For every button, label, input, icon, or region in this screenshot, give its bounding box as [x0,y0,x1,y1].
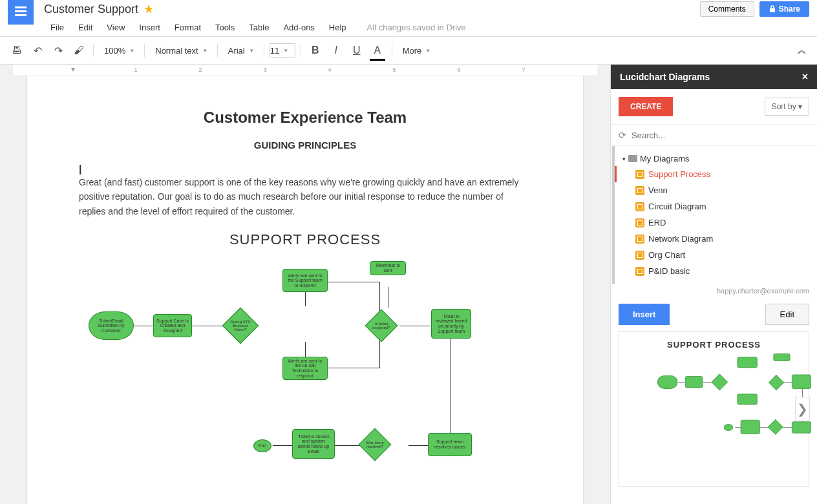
separator [301,44,301,57]
text-color-icon[interactable]: A [368,41,387,59]
search-input[interactable] [631,131,809,140]
bold-icon[interactable]: B [306,41,324,59]
italic-icon[interactable]: I [327,41,345,59]
zoom-dropdown[interactable]: 100% [99,43,139,58]
star-icon[interactable]: ★ [143,2,154,16]
tree-folder[interactable]: ▾ My Diagrams [617,151,814,166]
main-layout: ▾ 1 2 3 4 5 6 7 Customer Experience Team… [0,65,817,504]
sidebar-action-buttons: Insert Edit [611,297,817,331]
diagram-item-erd[interactable]: ERD [617,215,814,231]
margin-marker-left-icon[interactable]: ▾ [71,65,75,74]
menu-bar: File Edit View Insert Format Tools Table… [0,18,817,36]
fc-is-assigned: Is ticket assigned? [365,310,398,342]
lock-icon [769,5,776,13]
fc-start: Ticket/Email Submitted by Customer [89,311,134,340]
svg-rect-3 [770,8,775,12]
fc-during-hours: During STD Business Hours? [222,308,259,344]
sidebar-top-actions: CREATE Sort by ▾ [611,89,817,125]
diagram-icon [635,170,644,179]
menu-view[interactable]: View [100,20,131,35]
save-status: All changes saved in Drive [367,23,466,32]
fc-closed: Ticket is closed and system sends follow… [292,429,335,459]
text-cursor: | [79,163,531,175]
separator [264,44,264,57]
next-preview-icon[interactable]: ❯ [795,397,810,421]
sidebar-header: Lucidchart Diagrams × [611,65,817,89]
title-bar: Customer Support ★ Comments Share [0,0,817,18]
page[interactable]: Customer Experience Team GUIDING PRINCIP… [27,76,583,504]
font-size-input[interactable]: 11 [270,43,295,58]
close-icon[interactable]: × [802,71,808,83]
font-dropdown[interactable]: Arial [223,43,259,58]
svg-rect-2 [15,14,27,16]
redo-icon[interactable]: ↷ [49,41,67,59]
paint-format-icon[interactable]: 🖌 [70,41,88,59]
diagram-preview: SUPPORT PROCESS [619,331,809,487]
fc-was-resolved: Was issue resolved? [359,428,392,461]
separator [217,44,218,57]
menu-insert[interactable]: Insert [133,20,167,35]
undo-icon[interactable]: ↶ [28,41,47,59]
share-button[interactable]: Share [759,1,809,17]
lucidchart-sidebar: Lucidchart Diagrams × CREATE Sort by ▾ ⟳… [610,65,817,504]
sidebar-search: ⟳ [611,125,817,146]
user-email: happy.charter@example.com [611,284,817,297]
collapse-toolbar-icon[interactable]: ︽ [795,42,809,59]
print-icon[interactable]: 🖶 [8,41,26,59]
menu-edit[interactable]: Edit [72,20,99,35]
folder-label: My Diagrams [640,154,690,163]
svg-rect-1 [15,10,27,12]
refresh-icon[interactable]: ⟳ [619,130,626,140]
separator [93,44,94,57]
menu-addons[interactable]: Add-ons [277,20,321,35]
folder-icon [628,155,637,162]
menu-file[interactable]: File [44,20,70,35]
fc-alert-support: Alerts are sent to the Support team to r… [282,269,328,292]
doc-heading-process: SUPPORT PROCESS [79,231,531,248]
separator [392,44,392,57]
preview-title: SUPPORT PROCESS [627,340,801,350]
fc-resolves: Support team resolves issues [428,433,472,456]
fc-reviewed: Ticket is reviewed based on priority by … [431,309,471,339]
document-title[interactable]: Customer Support [44,3,138,16]
comments-button[interactable]: Comments [700,1,754,17]
diagram-icon [635,202,644,211]
doc-paragraph: Great (and fast) customer support is one… [79,175,531,218]
diagram-item-network[interactable]: Network Diagram [617,231,814,247]
doc-heading-1: Customer Experience Team [79,109,531,127]
document-area[interactable]: ▾ 1 2 3 4 5 6 7 Customer Experience Team… [0,65,610,504]
diagram-item-support-process[interactable]: Support Process [615,166,814,182]
flowchart-diagram: Ticket/Email Submitted by Customer Suppo… [79,261,531,494]
menu-help[interactable]: Help [323,20,353,35]
docs-logo-icon[interactable] [8,0,34,25]
diagram-icon [635,251,644,260]
create-button[interactable]: CREATE [619,97,673,116]
caret-down-icon: ▾ [622,156,626,162]
separator [144,44,145,57]
insert-button[interactable]: Insert [619,304,670,325]
toolbar: 🖶 ↶ ↷ 🖌 100% Normal text Arial 11 B I U … [0,36,817,65]
underline-icon[interactable]: U [348,41,366,59]
edit-button[interactable]: Edit [765,304,809,325]
fc-case-created: Support Case is Created and Assigned [153,314,192,337]
menu-format[interactable]: Format [168,20,207,35]
diagram-tree: ▾ My Diagrams Support Process Venn Circu… [612,146,817,284]
more-dropdown[interactable]: More [398,43,436,58]
diagram-item-venn[interactable]: Venn [617,182,814,198]
menu-table[interactable]: Table [242,20,275,35]
fc-end: End [253,439,271,452]
preview-flowchart [657,356,770,432]
fc-alert-oncall: Alerts are sent to the on-call Technicia… [282,357,328,380]
diagram-icon [635,218,644,227]
diagram-icon [635,235,644,244]
sort-by-dropdown[interactable]: Sort by ▾ [765,98,809,116]
menu-tools[interactable]: Tools [209,20,241,35]
diagram-icon [635,186,644,195]
style-dropdown[interactable]: Normal text [150,43,211,58]
diagram-item-circuit[interactable]: Circuit Diagram [617,198,814,215]
diagram-item-pid[interactable]: P&ID basic [617,263,814,279]
ruler[interactable]: ▾ 1 2 3 4 5 6 7 [13,65,597,76]
diagram-icon [635,267,644,276]
doc-heading-2: GUIDING PRINCIPLES [79,140,531,151]
diagram-item-org-chart[interactable]: Org Chart [617,247,814,263]
